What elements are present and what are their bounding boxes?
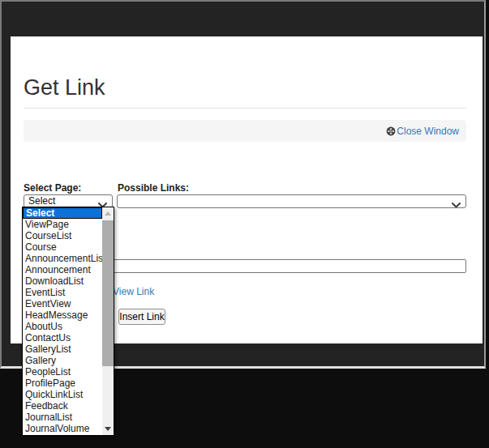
dropdown-option[interactable]: QuickLinkList [23, 389, 102, 400]
dropdown-option[interactable]: JournalList [23, 412, 102, 423]
dropdown-option[interactable]: Select [23, 207, 102, 219]
dropdown-option[interactable]: AboutUs [23, 321, 102, 332]
dropdown-option[interactable]: PeopleList [23, 366, 102, 378]
dropdown-option[interactable]: GalleryList [23, 343, 102, 355]
close-window-icon[interactable] [386, 126, 396, 136]
dropdown-option[interactable]: ProfilePage [23, 378, 102, 389]
triangle-down-icon [105, 427, 111, 431]
possible-links-dropdown[interactable] [117, 194, 466, 208]
dropdown-option[interactable]: EventView [23, 298, 102, 309]
dropdown-option[interactable]: Course [23, 241, 102, 253]
dropdown-scrollbar[interactable] [102, 207, 114, 435]
dropdown-option[interactable]: ViewPage [23, 219, 102, 230]
insert-link-button[interactable]: Insert Link [118, 309, 165, 325]
possible-links-label: Possible Links: [118, 182, 189, 194]
page-title: Get Link [24, 76, 105, 99]
dropdown-option[interactable]: DownloadList [23, 275, 102, 287]
close-window-label[interactable]: Close Window [397, 126, 459, 137]
select-page-label: Select Page: [24, 182, 81, 194]
view-link-link[interactable]: View Link [113, 286, 154, 297]
dropdown-option[interactable]: Announcement [23, 264, 102, 275]
dropdown-option[interactable]: ContactUs [23, 332, 102, 343]
dialog-header-bar: Close Window [24, 120, 466, 142]
dropdown-option[interactable]: HeadMessage [23, 309, 102, 321]
dropdown-option[interactable]: AnnouncementList [23, 253, 102, 264]
dropdown-option[interactable]: JournalVolume [23, 423, 102, 434]
dropdown-option[interactable]: EventList [23, 287, 102, 298]
scroll-up-button[interactable] [102, 207, 114, 220]
close-window-link[interactable]: Close Window [386, 126, 459, 137]
triangle-up-icon [105, 211, 111, 215]
dropdown-option[interactable]: CourseList [23, 230, 102, 241]
scrollbar-thumb[interactable] [102, 220, 114, 366]
select-page-value: Select [28, 195, 55, 207]
dropdown-option[interactable]: Gallery [23, 355, 102, 366]
title-divider [24, 108, 466, 109]
dropdown-options-container: SelectViewPageCourseListCourseAnnounceme… [23, 207, 102, 435]
chevron-down-icon [452, 199, 461, 208]
scroll-down-button[interactable] [102, 423, 114, 435]
dropdown-option[interactable]: Feedback [23, 400, 102, 412]
select-page-open-list: SelectViewPageCourseListCourseAnnounceme… [22, 207, 114, 436]
